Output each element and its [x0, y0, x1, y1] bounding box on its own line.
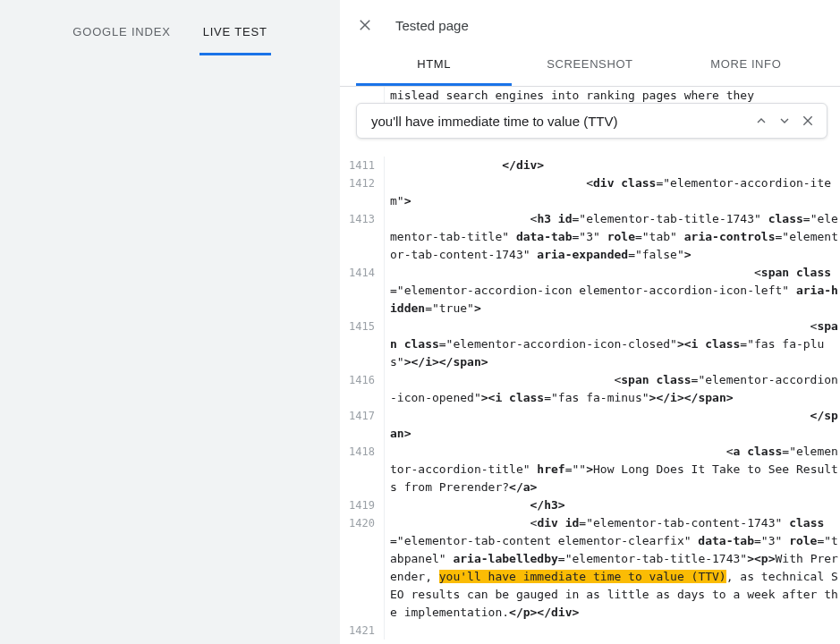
code-search-input[interactable] — [371, 114, 748, 129]
left-tabs: GOOGLE INDEX LIVE TEST — [0, 0, 340, 55]
code-line: 1420 <div id="elementor-tab-content-1743… — [340, 514, 840, 622]
code-line: 1417 </span> — [340, 407, 840, 443]
code-partial: mislead search engines into ranking page… — [385, 87, 840, 105]
code-view[interactable]: mislead search engines into ranking page… — [340, 87, 840, 644]
panel-title: Tested page — [395, 18, 469, 33]
code-line: 1414 <span class="elementor-accordion-ic… — [340, 264, 840, 318]
code-line: 1419 </h3> — [340, 496, 840, 514]
tab-live-test[interactable]: LIVE TEST — [199, 20, 271, 55]
code-line: 1418 <a class="elementor-accordion-title… — [340, 443, 840, 496]
panel-tabs: HTML SCREENSHOT MORE INFO — [340, 45, 840, 87]
tab-more-info[interactable]: MORE INFO — [668, 45, 824, 86]
code-line: 1415 <span class="elementor-accordion-ic… — [340, 318, 840, 371]
close-icon — [801, 114, 815, 128]
close-panel-button[interactable] — [356, 16, 374, 34]
tested-page-panel: Tested page HTML SCREENSHOT MORE INFO mi… — [340, 0, 840, 644]
tab-screenshot[interactable]: SCREENSHOT — [512, 45, 667, 86]
chevron-down-icon — [777, 114, 792, 128]
code-container: mislead search engines into ranking page… — [340, 87, 840, 644]
code-line: 1421 — [340, 622, 840, 640]
search-highlight: you'll have immediate time to value (TTV… — [439, 570, 726, 583]
search-prev-button[interactable] — [751, 111, 771, 131]
search-next-button[interactable] — [775, 111, 794, 131]
code-line: 1412 <div class="elementor-accordion-ite… — [340, 174, 840, 210]
code-line: 1411 </div> — [340, 157, 840, 174]
search-close-button[interactable] — [798, 111, 818, 131]
left-panel: GOOGLE INDEX LIVE TEST — [0, 0, 340, 644]
tab-google-index[interactable]: GOOGLE INDEX — [69, 20, 174, 55]
code-search-bar — [356, 103, 827, 139]
chevron-up-icon — [754, 114, 768, 128]
code-line: 1413 <h3 id="elementor-tab-title-1743" c… — [340, 210, 840, 264]
code-line: 1416 <span class="elementor-accordion-ic… — [340, 371, 840, 407]
panel-header: Tested page — [340, 0, 840, 45]
close-icon — [357, 17, 373, 33]
tab-html[interactable]: HTML — [356, 45, 512, 86]
